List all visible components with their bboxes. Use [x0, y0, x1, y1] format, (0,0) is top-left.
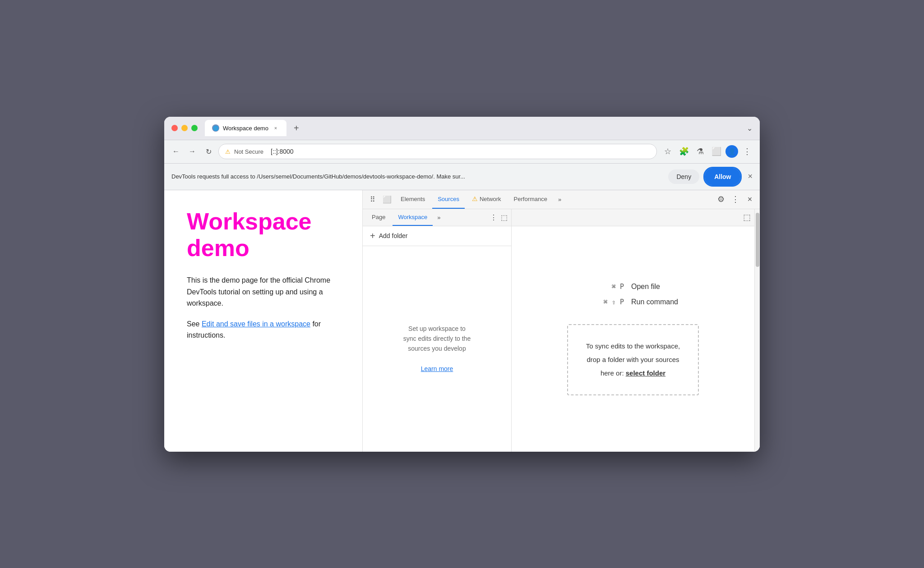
tab-dropdown-button[interactable]: ⌄	[747, 124, 753, 133]
devtools-more-icon[interactable]: ⋮	[729, 193, 742, 206]
drop-zone-line1: To sync edits to the workspace,	[586, 339, 680, 353]
forward-button[interactable]: →	[186, 145, 199, 158]
webpage-content: Workspace demo This is the demo page for…	[164, 190, 363, 452]
tab-sources[interactable]: Sources	[432, 190, 465, 209]
url-text: [::]:8000	[271, 148, 294, 155]
not-secure-icon: ⚠	[225, 148, 231, 155]
workspace-empty-line1: Set up workspace to	[408, 324, 466, 334]
workspace-empty-line3: sources you develop	[408, 344, 466, 353]
shortcut1-keys: ⌘ P	[588, 283, 624, 291]
shortcut2-keys: ⌘ ⇧ P	[588, 298, 624, 306]
devtools-device-icon[interactable]: ⬜	[381, 193, 393, 206]
dt-shortcuts: ⌘ P Open file ⌘ ⇧ P Run command	[588, 283, 678, 306]
tab-network[interactable]: ⚠ Network	[467, 190, 507, 209]
drop-zone-line2: drop a folder with your sources	[586, 353, 680, 366]
shortcut2-label: Run command	[631, 298, 678, 306]
dt-right-panel: ⬚ ⌘ P Open file ⌘ ⇧ P R	[512, 209, 754, 452]
title-bar: 🌐 Workspace demo × + ⌄	[164, 117, 760, 140]
minimize-traffic-light[interactable]	[181, 125, 188, 131]
more-tabs-button[interactable]: »	[554, 196, 565, 203]
page-body-2: See Edit and save files in a workspace f…	[187, 318, 340, 341]
workspace-empty-area: Set up workspace to sync edits directly …	[363, 246, 511, 452]
dt-scrollbar-thumb	[756, 213, 759, 267]
dt-right-with-scroll: ⬚ ⌘ P Open file ⌘ ⇧ P R	[512, 209, 760, 452]
new-tab-button[interactable]: +	[290, 122, 303, 134]
dt-left-panel: Page Workspace » ⋮ ⬚ + Add folder	[363, 209, 512, 452]
close-traffic-light[interactable]	[171, 125, 178, 131]
devtools-panel: ⠿ ⬜ Elements Sources ⚠ Network Performan…	[363, 190, 760, 452]
tab-title: Workspace demo	[223, 125, 268, 132]
browser-window: 🌐 Workspace demo × + ⌄ ← → ↻ ⚠ Not Secur…	[164, 117, 760, 452]
shortcut-run-command: ⌘ ⇧ P Run command	[588, 298, 678, 306]
notification-close-button[interactable]: ×	[748, 172, 753, 181]
dt-scrollbar[interactable]	[754, 209, 760, 452]
page-body-1: This is the demo page for the official C…	[187, 275, 340, 309]
subtab-more-button[interactable]: »	[434, 214, 443, 221]
address-bar: ← → ↻ ⚠ Not Secure [::]:8000 ☆ 🧩 ⚗ ⬜ 👤 ⋮	[164, 140, 760, 164]
notification-text: DevTools requests full access to /Users/…	[171, 173, 663, 180]
active-tab[interactable]: 🌐 Workspace demo ×	[205, 120, 286, 136]
workspace-link[interactable]: Edit and save files in a workspace	[202, 320, 310, 328]
traffic-lights	[171, 125, 198, 131]
subtab-workspace[interactable]: Workspace	[393, 209, 433, 226]
refresh-button[interactable]: ↻	[202, 145, 215, 158]
profile-icon[interactable]: 👤	[725, 145, 738, 158]
back-button[interactable]: ←	[170, 145, 182, 158]
drop-zone-line3: here or: select folder	[586, 366, 680, 380]
drop-zone-prefix: here or:	[601, 369, 626, 377]
extensions-icon[interactable]: 🧩	[677, 144, 691, 159]
subtab-kebab-button[interactable]: ⋮	[490, 213, 497, 222]
page-title: Workspace demo	[187, 208, 340, 262]
shortcut1-label: Open file	[631, 283, 660, 291]
split-screen-icon[interactable]: ⬜	[709, 144, 724, 159]
subtab-page[interactable]: Page	[366, 209, 391, 226]
devtools-body: Page Workspace » ⋮ ⬚ + Add folder	[363, 209, 760, 452]
dt-right-topbar: ⬚	[512, 209, 754, 226]
shortcut-open-file: ⌘ P Open file	[588, 283, 678, 291]
tab-elements[interactable]: Elements	[395, 190, 430, 209]
tab-favicon: 🌐	[212, 124, 219, 132]
network-warn-icon: ⚠	[472, 195, 478, 202]
dt-subtabs: Page Workspace » ⋮ ⬚	[363, 209, 511, 226]
maximize-traffic-light[interactable]	[191, 125, 198, 131]
allow-button[interactable]: Allow	[705, 168, 740, 185]
tab-performance[interactable]: Performance	[508, 190, 553, 209]
add-folder-label: Add folder	[379, 232, 408, 239]
dt-editor-area: ⌘ P Open file ⌘ ⇧ P Run command To sync …	[512, 226, 754, 452]
tab-close-button[interactable]: ×	[272, 124, 279, 132]
devtools-settings-icon[interactable]: ⚙	[715, 193, 727, 206]
labs-icon[interactable]: ⚗	[693, 144, 707, 159]
devtools-close-button[interactable]: ×	[744, 193, 756, 206]
tab-bar: 🌐 Workspace demo × +	[205, 120, 747, 136]
drop-zone[interactable]: To sync edits to the workspace, drop a f…	[567, 324, 699, 395]
page-body-2-prefix: See	[187, 320, 202, 328]
add-folder-row[interactable]: + Add folder	[363, 226, 511, 246]
toolbar-icons: ☆ 🧩 ⚗ ⬜ 👤 ⋮	[661, 144, 754, 159]
menu-icon[interactable]: ⋮	[740, 144, 754, 159]
deny-button[interactable]: Deny	[668, 169, 699, 184]
devtools-topbar: ⠿ ⬜ Elements Sources ⚠ Network Performan…	[363, 190, 760, 209]
learn-more-link[interactable]: Learn more	[421, 364, 453, 374]
bookmark-icon[interactable]: ☆	[661, 144, 675, 159]
devtools-cursor-icon[interactable]: ⠿	[366, 193, 379, 206]
select-folder-link[interactable]: select folder	[626, 369, 665, 377]
add-folder-plus-icon: +	[370, 231, 375, 241]
address-field[interactable]: ⚠ Not Secure [::]:8000	[218, 144, 657, 159]
main-content: Workspace demo This is the demo page for…	[164, 190, 760, 452]
layout-toggle-button[interactable]: ⬚	[501, 213, 508, 222]
not-secure-label: Not Secure	[234, 148, 263, 155]
workspace-empty-line2: sync edits directly to the	[403, 334, 471, 344]
notification-bar: DevTools requests full access to /Users/…	[164, 164, 760, 190]
sidebar-toggle-button[interactable]: ⬚	[743, 212, 751, 222]
